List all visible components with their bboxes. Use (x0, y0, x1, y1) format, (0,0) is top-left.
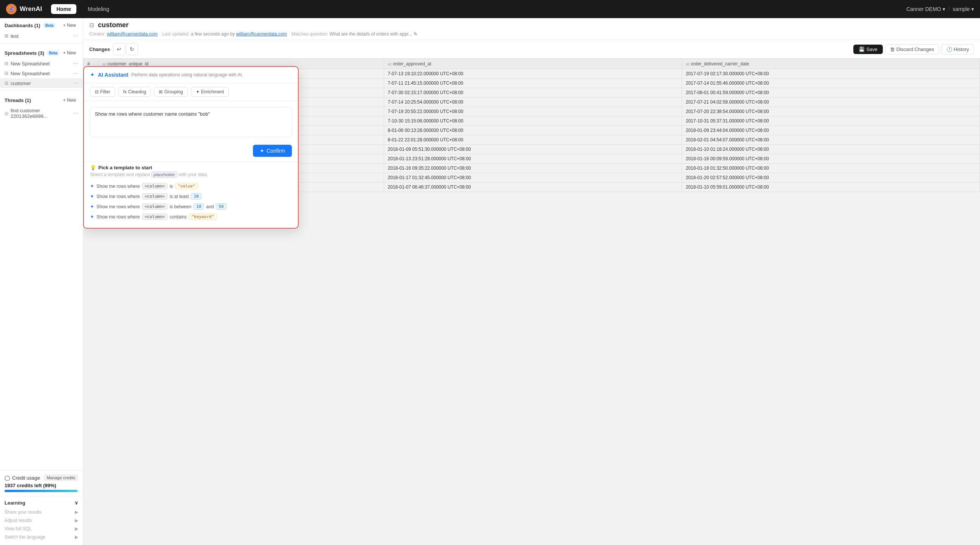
sidebar-item-ns1-menu[interactable]: ⋯ (73, 60, 78, 67)
sidebar-item-new-spreadsheet-1-label: New Spreadsheet (11, 61, 49, 67)
updated-by-email[interactable]: william@cannerdata.com (236, 31, 286, 37)
learning-item-sql[interactable]: View full SQL ▶ (5, 524, 78, 533)
sidebar-item-test[interactable]: ⊞ test ⋯ (0, 31, 83, 41)
main-layout: Dashboards (1) Beta + New ⊞ test ⋯ Sprea… (0, 18, 980, 545)
credit-bar-fill (5, 490, 78, 492)
sheet-icon: ⊟ (89, 22, 94, 29)
manage-credits-button[interactable]: Manage credits (44, 474, 78, 481)
sidebar-item-new-spreadsheet-2[interactable]: ⊟ New Spreadsheet ⋯ (0, 68, 83, 78)
sidebar-item-customer-menu[interactable]: ⋯ (73, 80, 78, 86)
credit-header: ◯ Credit usage Manage credits (5, 474, 78, 481)
ai-panel-title: AI Assistant (98, 72, 128, 78)
ai-panel-description: Perform data operations using natural la… (131, 72, 243, 78)
template-3-num1: 10 (194, 203, 204, 210)
sheet-title: customer (98, 21, 129, 29)
learning-chevron-icon: ∨ (75, 500, 78, 506)
template-1-text1: Show me rows where (96, 184, 140, 189)
credit-amount: 1937 credits left (99%) (5, 483, 78, 488)
template-hint-suffix: with your data. (178, 172, 208, 177)
sidebar-item-new-spreadsheet-1[interactable]: ⊟ New Spreadsheet ⋯ (0, 59, 83, 68)
save-label: Save (866, 46, 878, 52)
workspace-dropdown[interactable]: Canner DEMO ▾ (906, 6, 945, 12)
template-pick-text: Pick a template to start (98, 165, 152, 170)
history-button[interactable]: 🕐 History (942, 44, 974, 54)
learning-item-share-label: Share your results (5, 510, 41, 515)
credit-bar (5, 490, 78, 492)
ai-filter-buttons: ⊟ Filter fx Cleaning ⊞ Grouping ✦ (84, 83, 298, 101)
learning-item-share[interactable]: Share your results ▶ (5, 508, 78, 516)
confirm-button[interactable]: ✦ Confirm (253, 145, 292, 157)
updated-time: a few seconds ago by (191, 31, 235, 37)
filter-icon: ⊟ (95, 89, 99, 94)
template-3-text3: and (206, 204, 214, 210)
sidebar-item-thread-1-label: find customer 2201362e6899... (11, 108, 73, 119)
sidebar: Dashboards (1) Beta + New ⊞ test ⋯ Sprea… (0, 18, 83, 545)
dashboard-item-icon: ⊞ (5, 33, 8, 38)
ai-panel-header: ✦ AI Assistant Perform data operations u… (84, 67, 298, 83)
cleaning-button[interactable]: fx Cleaning (118, 87, 151, 97)
redo-button[interactable]: ↻ (126, 43, 138, 55)
workspace-selector: Canner DEMO ▾ / sample ▾ (906, 6, 974, 12)
learning-header[interactable]: Learning ∨ (5, 500, 78, 506)
sidebar-item-customer[interactable]: ⊟ customer ⋯ (0, 78, 83, 88)
discard-changes-button[interactable]: 🗑 Discard Changes (885, 44, 939, 54)
template-item-3[interactable]: ✦ Show me rows where <column> is between… (90, 202, 292, 212)
sidebar-item-ns2-menu[interactable]: ⋯ (73, 70, 78, 76)
sidebar-item-new-spreadsheet-2-label: New Spreadsheet (11, 71, 49, 76)
nav-home-button[interactable]: Home (51, 4, 76, 14)
template-2-text2: is at least (170, 194, 189, 199)
spreadsheets-add-button[interactable]: + New (61, 49, 78, 56)
creator-prefix: Creator: (89, 31, 105, 37)
learning-label: Learning (5, 500, 25, 506)
nav-modeling-button[interactable]: Modeling (83, 4, 115, 14)
enrichment-button[interactable]: ✦ Enrichment (191, 87, 229, 97)
creator-email[interactable]: william@cannerdata.com (107, 31, 158, 37)
learning-item-adjust[interactable]: Adjust results ▶ (5, 516, 78, 524)
learning-item-sql-label: View full SQL (5, 526, 32, 531)
ai-prompt-input[interactable]: Show me rows where customer name contain… (90, 107, 292, 137)
updated-label: Last updated: a few seconds ago by willi… (162, 31, 287, 37)
sidebar-item-test-menu[interactable]: ⋯ (73, 33, 78, 39)
workspace-chevron-icon: ▾ (943, 6, 945, 12)
edit-icon[interactable]: ✎ (414, 31, 417, 37)
sidebar-item-thread-menu[interactable]: ⋯ (73, 110, 78, 116)
dashboards-label: Dashboards (1) (5, 23, 40, 29)
dashboards-add-button[interactable]: + New (61, 22, 78, 29)
filter-button[interactable]: ⊟ Filter (90, 87, 115, 97)
db-name: sample (953, 6, 970, 12)
grouping-button[interactable]: ⊞ Grouping (154, 87, 188, 97)
spreadsheet-icon-1: ⊟ (5, 61, 8, 66)
learning-item-adjust-icon: ▶ (75, 518, 78, 523)
threads-add-button[interactable]: + New (61, 97, 78, 103)
credit-icon: ◯ (5, 475, 10, 481)
learning-item-language[interactable]: Switch the language ▶ (5, 533, 78, 541)
template-item-4[interactable]: ✦ Show me rows where <column> contains "… (90, 212, 292, 222)
sidebar-divider-2 (0, 91, 83, 91)
sidebar-item-test-label: test (11, 33, 19, 39)
save-button[interactable]: 💾 Save (853, 44, 883, 54)
template-1-text2: is (170, 184, 173, 189)
undo-button[interactable]: ↩ (113, 43, 125, 55)
template-2-num: 10 (191, 193, 201, 200)
matches-prefix: Matches question: (291, 31, 328, 37)
template-placeholder-tag: placeholder (151, 172, 177, 178)
template-hint: Select a template and replace placeholde… (90, 172, 292, 177)
logo-text: WrenAI (20, 5, 42, 13)
ai-overlay: ✦ AI Assistant Perform data operations u… (83, 59, 980, 545)
updated-prefix: Last updated: (162, 31, 190, 37)
template-item-2[interactable]: ✦ Show me rows where <column> is at leas… (90, 191, 292, 202)
matches-label: Matches question: What are the details o… (291, 31, 417, 37)
template-1-val: "value" (175, 183, 198, 189)
content-area: ⊟ customer Creator: william@cannerdata.c… (83, 18, 980, 545)
threads-label: Threads (1) (5, 97, 31, 103)
template-star-1: ✦ (90, 183, 94, 189)
sheet-meta: Creator: william@cannerdata.com Last upd… (89, 31, 974, 37)
sidebar-item-thread-1[interactable]: ◎ find customer 2201362e6899... ⋯ (0, 106, 83, 121)
template-item-1[interactable]: ✦ Show me rows where <column> is "value" (90, 181, 292, 191)
template-3-num2: 50 (216, 203, 226, 210)
template-hint-prefix: Select a template and replace (90, 172, 150, 177)
confirm-label: Confirm (267, 148, 285, 154)
db-chevron-icon: ▾ (971, 6, 974, 12)
db-dropdown[interactable]: sample ▾ (953, 6, 974, 12)
toolbar-right: 💾 Save 🗑 Discard Changes 🕐 History (853, 44, 974, 54)
